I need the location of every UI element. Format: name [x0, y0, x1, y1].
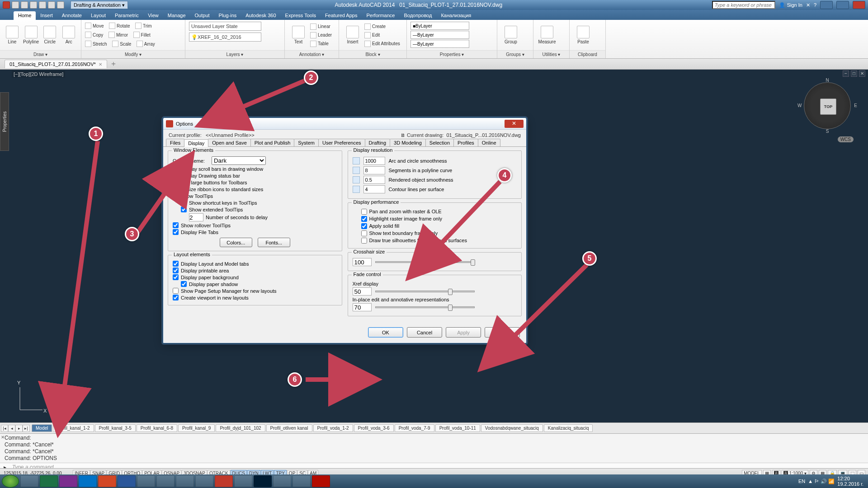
viewcube[interactable]: TOP N S W E — [800, 79, 854, 133]
circle-button[interactable]: Circle — [42, 26, 59, 44]
viewport-label[interactable]: [−][Top][2D Wireframe] — [12, 70, 65, 78]
insert-block-button[interactable]: Insert — [343, 26, 363, 44]
leader-button[interactable]: Leader — [310, 31, 332, 39]
tray-clock[interactable]: 12:2019.2.2016 г. — [837, 476, 863, 487]
layout-tab[interactable]: Profil_voda_10-11 — [435, 424, 480, 432]
ribbon-tab-manage[interactable]: Manage — [163, 11, 190, 20]
cb-create-viewport[interactable] — [173, 295, 179, 300]
ribbon-tab-parametric[interactable]: Parametric — [110, 11, 143, 20]
tab-selection[interactable]: Selection — [425, 139, 454, 146]
ribbon-tab-insert[interactable]: Insert — [36, 11, 57, 20]
dialog-close-button[interactable]: ✕ — [505, 120, 524, 128]
viewport-close-button[interactable]: ✕ — [859, 70, 865, 77]
qat-open-icon[interactable] — [21, 1, 28, 9]
crosshair-size-input[interactable] — [353, 258, 372, 266]
tooltip-delay-input[interactable] — [189, 213, 203, 221]
tab-user-prefs[interactable]: User Preferences — [318, 139, 365, 146]
inplace-edit-slider[interactable] — [375, 306, 475, 308]
ribbon-tab-layout[interactable]: Layout — [86, 11, 110, 20]
lineweight-combo[interactable]: ― ByLayer — [410, 31, 469, 39]
panel-title-annotation[interactable]: Annotation ▾ — [285, 50, 339, 58]
help-icon[interactable]: ? — [814, 2, 816, 8]
tab-files[interactable]: Files — [166, 139, 184, 146]
xref-display-input[interactable] — [353, 287, 372, 296]
tab-drafting[interactable]: Drafting — [365, 139, 391, 146]
cb-shortcut-tooltips[interactable] — [181, 200, 187, 206]
group-button[interactable]: Group — [501, 26, 521, 44]
fonts-button[interactable]: Fonts... — [258, 238, 290, 247]
taskbar-photoshop[interactable] — [254, 475, 272, 487]
help-search-input[interactable] — [712, 1, 775, 9]
taskbar-powerpoint[interactable] — [98, 475, 116, 487]
tray-lang[interactable]: EN — [798, 479, 805, 484]
block-create-button[interactable]: Create — [364, 23, 400, 31]
taskbar-app2[interactable] — [195, 475, 213, 487]
layout-nav-first[interactable]: |◂ — [1, 425, 8, 432]
line-button[interactable]: Line — [4, 26, 21, 44]
linear-button[interactable]: Linear — [310, 23, 332, 31]
block-editattr-button[interactable]: Edit Attributes — [364, 40, 400, 48]
layout-tab[interactable]: Kanalizaciq_situaciq — [544, 424, 593, 432]
cb-paper-shadow[interactable] — [181, 281, 187, 287]
workspace-switcher[interactable]: Drafting & Annotation ▾ — [71, 1, 128, 9]
layout-tab[interactable]: Profil_kanal_3-5 — [95, 424, 136, 432]
layout-tab[interactable]: Profil_voda_3-6 — [354, 424, 394, 432]
ribbon-tab-home[interactable]: Home — [14, 11, 36, 20]
tab-system[interactable]: System — [294, 139, 319, 146]
ribbon-tab-annotate[interactable]: Annotate — [57, 11, 86, 20]
taskbar-outlook[interactable] — [79, 475, 97, 487]
viewport-minimize-button[interactable]: − — [843, 70, 849, 77]
layout-tab[interactable]: Profil_dyjd_101_102 — [216, 424, 265, 432]
cb-tooltips[interactable] — [173, 193, 179, 199]
viewport-maximize-button[interactable]: □ — [851, 70, 857, 77]
layout-tab[interactable]: Vodosnabdqwane_situaciq — [481, 424, 543, 432]
qat-new-icon[interactable] — [12, 1, 19, 9]
cb-largebuttons[interactable] — [173, 179, 179, 185]
new-tab-button[interactable]: ＋ — [110, 59, 117, 69]
help-button[interactable]: Help — [485, 327, 520, 338]
window-minimize-button[interactable] — [820, 1, 833, 9]
rendered-smoothness-input[interactable] — [363, 176, 385, 184]
properties-palette-tab[interactable]: Properties — [0, 92, 9, 151]
taskbar-app1[interactable] — [176, 475, 194, 487]
taskbar-word[interactable] — [118, 475, 136, 487]
tray-icons[interactable]: ▲ 🏳 🔊 📶 — [808, 479, 835, 484]
crosshair-slider[interactable] — [375, 261, 475, 263]
polyline-button[interactable]: Polyline — [23, 26, 40, 44]
qat-redo-icon[interactable] — [57, 1, 64, 9]
arc-smoothness-input[interactable] — [363, 157, 385, 165]
taskbar-explorer[interactable] — [20, 475, 38, 487]
layout-tab[interactable]: Profil_kanal_1-2 — [53, 424, 94, 432]
panel-title-block[interactable]: Block ▾ — [339, 50, 406, 58]
qat-plot-icon[interactable] — [39, 1, 46, 9]
command-window[interactable]: ✕ Command: Command: *Cancel* Command: *C… — [0, 433, 868, 468]
inplace-edit-input[interactable] — [353, 303, 372, 311]
cb-apply-solid-fill[interactable] — [361, 223, 367, 229]
cb-printable-area[interactable] — [173, 267, 179, 273]
arc-button[interactable]: Arc — [60, 26, 77, 44]
taskbar-calc[interactable] — [273, 475, 291, 487]
ribbon-tab-output[interactable]: Output — [190, 11, 214, 20]
table-button[interactable]: Table — [310, 40, 332, 48]
xref-display-slider[interactable] — [375, 291, 475, 292]
ribbon-tab-a360[interactable]: Autodesk 360 — [241, 11, 280, 20]
ribbon-tab-plugins[interactable]: Plug-ins — [214, 11, 241, 20]
tab-3dmodeling[interactable]: 3D Modeling — [390, 139, 426, 146]
current-layer-combo[interactable]: 💡 XREF_16_02_2016 — [189, 33, 261, 42]
cancel-button[interactable]: Cancel — [407, 327, 442, 338]
layer-state-combo[interactable]: Unsaved Layer State — [189, 22, 261, 31]
color-scheme-select[interactable]: Dark — [212, 156, 266, 165]
start-button[interactable] — [2, 475, 19, 488]
ribbon-tab-perf[interactable]: Performance — [362, 11, 399, 20]
block-edit-button[interactable]: Edit — [364, 31, 400, 39]
text-button[interactable]: Text — [288, 26, 308, 44]
cb-paper-bg[interactable] — [173, 274, 179, 280]
tab-display[interactable]: Display — [184, 139, 208, 147]
panel-title-layers[interactable]: Layers ▾ — [185, 50, 284, 58]
app-menu-icon[interactable] — [3, 1, 10, 9]
taskbar-app3[interactable] — [234, 475, 252, 487]
tab-profiles[interactable]: Profiles — [453, 139, 478, 146]
contour-lines-input[interactable] — [363, 185, 385, 193]
exchange-icon[interactable]: ✕ — [806, 2, 810, 8]
ribbon-tab-vodoprovod[interactable]: Водопровод — [399, 11, 436, 20]
